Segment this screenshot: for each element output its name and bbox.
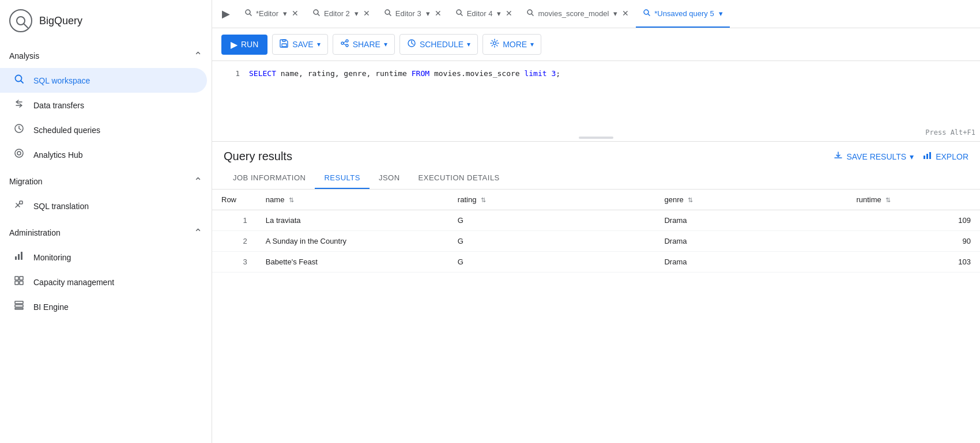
- save-label: SAVE: [292, 40, 313, 49]
- tab-editor3-close[interactable]: ✕: [435, 9, 442, 18]
- sidebar-item-capacity-management-label: Capacity management: [33, 278, 114, 287]
- svg-rect-16: [15, 301, 23, 304]
- editor4-dropdown-icon: ▾: [497, 9, 501, 18]
- sidebar-item-sql-workspace[interactable]: SQL workspace: [0, 68, 207, 93]
- bigquery-logo: [9, 9, 32, 32]
- editor2-search-icon: [312, 9, 321, 18]
- section-migration-label: Migration: [9, 177, 43, 186]
- sidebar-item-monitoring[interactable]: Monitoring: [0, 245, 207, 270]
- svg-line-22: [318, 14, 320, 16]
- svg-line-4: [21, 81, 24, 84]
- result-tab-job-information[interactable]: JOB INFORMATION: [224, 168, 315, 189]
- sidebar-item-monitoring-label: Monitoring: [33, 253, 71, 262]
- runtime-sort-icon: ⇅: [885, 196, 891, 204]
- result-tab-results[interactable]: RESULTS: [315, 168, 370, 189]
- chevron-up-admin-icon: ⌃: [194, 226, 202, 239]
- result-tab-execution-details[interactable]: EXECUTION DETAILS: [409, 168, 509, 189]
- share-button[interactable]: SHARE ▾: [333, 34, 395, 55]
- unsaved-query-search-icon: [643, 9, 651, 18]
- sidebar-item-data-transfers-label: Data transfers: [33, 101, 84, 110]
- toolbar: ▶ RUN SAVE ▾ SHARE ▾ SCHEDULE ▾: [212, 28, 980, 61]
- explore-button[interactable]: EXPLOR: [923, 151, 968, 162]
- rating-sort-icon: ⇅: [481, 196, 486, 204]
- sidebar-item-bi-engine-label: BI Engine: [33, 302, 69, 312]
- sidebar-item-sql-translation[interactable]: SQL translation: [0, 194, 207, 218]
- analytics-hub-icon: [14, 148, 24, 161]
- svg-point-23: [385, 10, 390, 14]
- svg-rect-10: [18, 254, 20, 260]
- schedule-icon: [407, 39, 416, 50]
- editor1-dropdown-icon: ▾: [283, 9, 287, 18]
- tab-editor3[interactable]: Editor 3 ▾ ✕: [377, 0, 448, 28]
- more-button[interactable]: MORE ▾: [483, 34, 541, 55]
- editor3-dropdown-icon: ▾: [426, 9, 430, 18]
- sidebar-item-analytics-hub-label: Analytics Hub: [33, 150, 83, 160]
- more-label: MORE: [503, 40, 527, 49]
- cell-runtime: 103: [847, 252, 980, 272]
- cell-row: 3: [212, 252, 257, 272]
- tab-editor2[interactable]: Editor 2 ▾ ✕: [306, 0, 377, 28]
- tab-editor1-label: *Editor: [256, 9, 278, 18]
- tab-editor1[interactable]: *Editor ▾ ✕: [238, 0, 306, 28]
- sidebar-item-bi-engine[interactable]: BI Engine: [0, 294, 207, 319]
- results-tabs: JOB INFORMATION RESULTS JSON EXECUTION D…: [212, 168, 980, 190]
- scheduled-queries-icon: [14, 123, 24, 137]
- section-migration[interactable]: Migration ⌃: [0, 167, 212, 194]
- editor3-search-icon: [384, 9, 392, 18]
- svg-point-27: [527, 10, 532, 14]
- tab-movies-score-model-close[interactable]: ✕: [622, 9, 629, 18]
- save-results-download-icon: [834, 151, 843, 162]
- svg-rect-12: [15, 277, 18, 280]
- search-icon: [14, 74, 24, 87]
- run-label: RUN: [241, 40, 258, 49]
- save-results-button[interactable]: SAVE RESULTS ▾: [834, 151, 914, 162]
- results-table-wrapper: Row name ⇅ rating ⇅ genre ⇅ runtime ⇅ 1 …: [212, 190, 980, 443]
- code-editor[interactable]: 1 SELECT name, rating, genre, runtime FR…: [212, 61, 980, 142]
- section-analysis[interactable]: Analysis ⌃: [0, 41, 212, 68]
- schedule-button[interactable]: SCHEDULE ▾: [399, 34, 478, 55]
- section-administration[interactable]: Administration ⌃: [0, 218, 212, 245]
- sidebar-item-scheduled-queries-label: Scheduled queries: [33, 126, 100, 135]
- tab-editor1-close[interactable]: ✕: [292, 9, 299, 18]
- col-header-row: Row: [212, 190, 257, 210]
- svg-line-30: [649, 14, 650, 16]
- cell-name: Babette's Feast: [257, 252, 448, 272]
- tab-editor2-close[interactable]: ✕: [363, 9, 370, 18]
- sidebar-item-sql-translation-label: SQL translation: [33, 202, 89, 211]
- cell-row: 1: [212, 210, 257, 231]
- save-results-label: SAVE RESULTS: [846, 152, 906, 161]
- svg-point-34: [346, 40, 348, 42]
- svg-point-25: [457, 10, 461, 14]
- sidebar-header: BigQuery: [0, 0, 212, 41]
- main-content: ▶ *Editor ▾ ✕ Editor 2 ▾ ✕ Editor 3 ▾ ✕: [212, 0, 980, 443]
- tab-unsaved-query-5-label: *Unsaved query 5: [654, 9, 714, 18]
- svg-rect-32: [282, 40, 285, 41]
- tab-unsaved-query-5[interactable]: *Unsaved query 5 ▾: [636, 0, 729, 28]
- genre-sort-icon: ⇅: [688, 196, 693, 204]
- svg-rect-42: [929, 152, 931, 159]
- cell-name: La traviata: [257, 210, 448, 231]
- keyboard-hint: Press Alt+F1: [925, 128, 975, 137]
- run-button[interactable]: ▶ RUN: [221, 35, 267, 55]
- sidebar-item-analytics-hub[interactable]: Analytics Hub: [0, 142, 207, 167]
- sidebar-item-scheduled-queries[interactable]: Scheduled queries: [0, 118, 207, 142]
- save-results-chevron-icon: ▾: [910, 152, 914, 161]
- tab-editor4-close[interactable]: ✕: [506, 9, 512, 18]
- svg-rect-17: [15, 305, 23, 307]
- sidebar-item-data-transfers[interactable]: Data transfers: [0, 93, 207, 118]
- svg-point-3: [16, 75, 22, 82]
- collapse-tabs-button[interactable]: ▶: [217, 5, 235, 23]
- results-actions: SAVE RESULTS ▾ EXPLOR: [834, 151, 968, 162]
- share-chevron-icon: ▾: [384, 40, 387, 48]
- save-button[interactable]: SAVE ▾: [272, 34, 327, 55]
- tab-movies-score-model[interactable]: movies_score_model ▾ ✕: [519, 0, 636, 28]
- cell-runtime: 109: [847, 210, 980, 231]
- explore-chart-icon: [923, 151, 932, 162]
- monitoring-icon: [14, 251, 24, 264]
- result-tab-json[interactable]: JSON: [370, 168, 409, 189]
- cell-genre: Drama: [655, 252, 847, 272]
- sidebar-item-capacity-management[interactable]: Capacity management: [0, 270, 207, 294]
- sidebar: BigQuery Analysis ⌃ SQL workspace Data t…: [0, 0, 212, 443]
- cell-row: 2: [212, 231, 257, 252]
- tab-editor4[interactable]: Editor 4 ▾ ✕: [448, 0, 520, 28]
